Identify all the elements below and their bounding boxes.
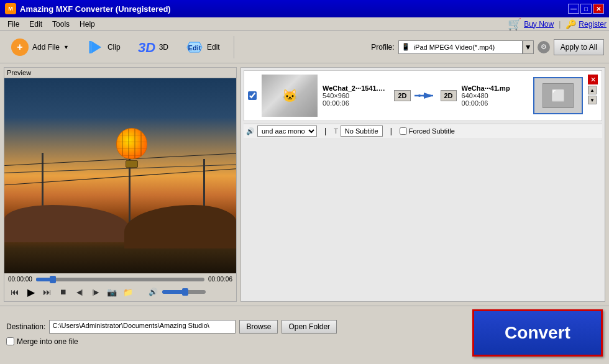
destination-path: C:\Users\Administrator\Documents\Amazing… — [49, 320, 236, 334]
time-current: 00:00:00 — [8, 276, 32, 283]
progress-thumb — [50, 276, 56, 283]
svg-marker-2 — [91, 41, 101, 53]
output-2d-badge: 2D — [441, 90, 457, 101]
output-resolution: 640×480 — [462, 92, 528, 99]
preview-label: Preview — [4, 68, 236, 78]
svg-text:+: + — [17, 42, 22, 52]
profile-value: iPad MPEG4 Video(*.mp4) — [414, 43, 495, 51]
forced-subtitle-area: Forced Subtitle — [400, 127, 455, 135]
menu-edit[interactable]: Edit — [24, 19, 47, 30]
hot-air-balloon — [116, 128, 147, 165]
forced-subtitle-label: Forced Subtitle — [409, 127, 455, 135]
scroll-down-button[interactable]: ▼ — [588, 96, 597, 104]
svg-point-9 — [418, 94, 421, 97]
volume-button[interactable]: 🔊 — [146, 285, 160, 299]
file-checkbox[interactable] — [248, 91, 257, 100]
hill-1 — [4, 205, 129, 242]
menu-file[interactable]: File — [2, 19, 24, 30]
browse-button[interactable]: Browse — [239, 320, 278, 334]
output-filename: WeCha···41.mp — [462, 84, 528, 92]
source-thumbnail: 🐱 — [262, 75, 318, 117]
frame-fwd-button[interactable]: |▶ — [89, 285, 103, 299]
preview-video — [4, 78, 236, 273]
minimize-button[interactable]: — — [568, 4, 579, 14]
add-file-label: Add File — [32, 43, 60, 52]
audio-icon: 🔊 — [246, 127, 255, 135]
audio-subtitle-row: 🔊 und aac mono | T No Subtitle | Forced … — [244, 124, 602, 138]
app-icon: M — [5, 3, 16, 14]
source-info: WeChat_2···1541.mp4 540×960 00:00:06 — [323, 84, 389, 107]
open-folder-button[interactable]: 📁 — [121, 285, 135, 299]
profile-select[interactable]: 📱 iPad MPEG4 Video(*.mp4) — [398, 40, 523, 54]
source-resolution: 540×960 — [323, 92, 389, 99]
profile-label: Profile: — [371, 43, 394, 52]
progress-bar[interactable] — [36, 278, 204, 281]
menu-help[interactable]: Help — [75, 19, 100, 30]
convert-arrow-icon — [413, 88, 438, 103]
forced-sub-separator: | — [390, 127, 392, 135]
snapshot-button[interactable]: 📷 — [105, 285, 119, 299]
source-filename: WeChat_2···1541.mp4 — [323, 84, 389, 92]
source-duration: 00:00:06 — [323, 99, 389, 107]
audio-track-select[interactable]: und aac mono — [257, 125, 317, 137]
title-bar: M Amazing MXF Converter (Unregistered) —… — [0, 0, 609, 17]
output-info: WeCha···41.mp 640×480 00:00:06 — [462, 84, 528, 107]
destination-label: Destination: — [6, 322, 45, 331]
menu-tools[interactable]: Tools — [47, 19, 75, 30]
source-2d-badge: 2D — [394, 90, 410, 101]
go-start-button[interactable]: ⏮ — [8, 285, 22, 299]
svg-text:Edit: Edit — [188, 44, 201, 52]
merge-label: Merge into one file — [17, 337, 78, 346]
hill-2 — [124, 205, 236, 248]
menu-bar: File Edit Tools Help 🛒 Buy Now | 🔑 Regis… — [0, 17, 609, 31]
register-link[interactable]: Register — [579, 20, 607, 29]
add-file-dropdown-icon[interactable]: ▼ — [63, 44, 69, 50]
edit-icon: Edit — [185, 37, 204, 57]
preview-panel: Preview — [4, 67, 237, 302]
subtitle-icon: T — [334, 127, 338, 135]
subtitle-button[interactable]: No Subtitle — [341, 125, 383, 137]
settings-icon[interactable]: ⚙ — [538, 41, 550, 53]
merge-checkbox[interactable] — [6, 337, 14, 345]
forced-subtitle-checkbox[interactable] — [400, 127, 407, 135]
time-total: 00:00:06 — [208, 276, 232, 283]
profile-area: Profile: 📱 iPad MPEG4 Video(*.mp4) ▼ ⚙ A… — [371, 39, 604, 55]
subtitle-separator: | — [324, 127, 326, 135]
3d-icon: 3D — [137, 37, 157, 57]
3d-button[interactable]: 3D 3D — [132, 35, 173, 60]
close-button[interactable]: ✕ — [593, 4, 604, 14]
add-file-button[interactable]: + Add File ▼ — [5, 35, 74, 60]
powerline-2 — [4, 164, 236, 173]
stop-button[interactable]: ⏹ — [57, 285, 70, 299]
profile-dropdown-button[interactable]: ▼ — [523, 40, 534, 54]
scroll-up-button[interactable]: ▲ — [588, 86, 597, 94]
svg-point-11 — [428, 94, 431, 97]
edit-label: Edit — [207, 43, 220, 52]
main-content: Preview — [0, 63, 609, 306]
clip-icon — [85, 37, 105, 57]
svg-point-10 — [423, 94, 426, 97]
output-thumb-preview: ⬜ — [543, 83, 574, 108]
svg-text:3D: 3D — [138, 40, 155, 55]
window-title: Amazing MXF Converter (Unregistered) — [20, 4, 171, 14]
play-button[interactable]: ▶ — [24, 285, 38, 299]
open-folder-button[interactable]: Open Folder — [282, 320, 337, 334]
item-scroll-controls: ✕ ▲ ▼ — [588, 75, 598, 104]
apply-all-button[interactable]: Apply to All — [554, 39, 604, 55]
3d-label: 3D — [159, 43, 168, 52]
toolbar: + Add File ▼ Clip 3D 3D Edit Edit Profil… — [0, 31, 609, 63]
output-thumbnail-box: ⬜ — [533, 77, 583, 114]
remove-file-button[interactable]: ✕ — [588, 75, 598, 84]
convert-button[interactable]: Convert — [472, 309, 603, 357]
maximize-button[interactable]: □ — [580, 4, 592, 14]
go-end-button[interactable]: ⏭ — [40, 285, 54, 299]
frame-back-button[interactable]: ◀| — [73, 285, 86, 299]
file-list-panel: 🐱 WeChat_2···1541.mp4 540×960 00:00:06 2… — [240, 67, 605, 302]
output-duration: 00:00:06 — [462, 99, 528, 107]
buy-now-link[interactable]: Buy Now — [524, 20, 554, 29]
volume-slider[interactable] — [162, 290, 206, 294]
add-file-icon: + — [10, 37, 30, 57]
edit-button[interactable]: Edit Edit — [180, 35, 225, 60]
clip-label: Clip — [108, 43, 121, 52]
clip-button[interactable]: Clip — [80, 35, 126, 60]
